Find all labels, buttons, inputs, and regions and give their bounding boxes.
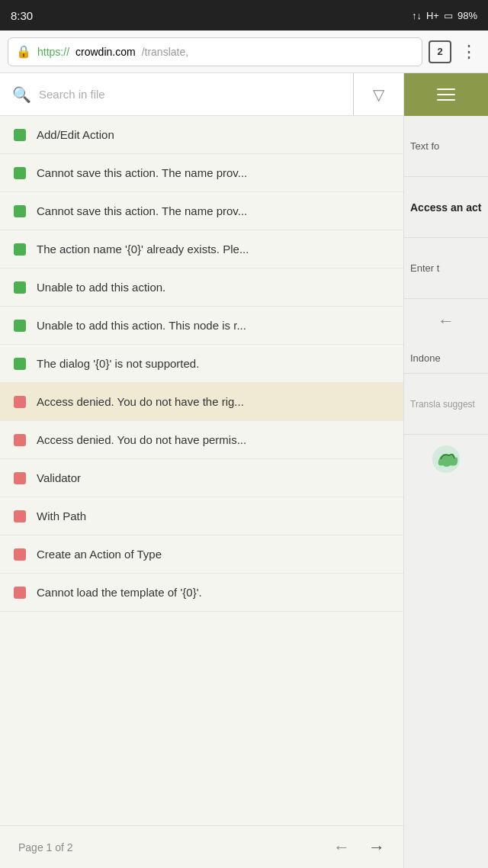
list-item-text: Cannot load the template of '{0}'. [37,586,202,599]
list-item[interactable]: Unable to add this action. [0,268,403,307]
right-logo [404,435,488,484]
left-panel: 🔍 Search in file ▽ Add/Edit ActionCannot… [0,73,404,868]
filter-button[interactable]: ▽ [354,73,403,115]
list-item-text: Access denied. You do not have permis... [37,433,246,446]
right-access-text: Access an act [410,201,482,214]
search-bar: 🔍 Search in file ▽ [0,73,403,116]
right-enter-section: Enter t [404,238,488,299]
right-back-button[interactable]: ← [404,299,488,343]
list-item[interactable]: Validator [0,459,403,497]
right-text-for-label: Text fo [410,140,482,152]
list-item[interactable]: Add/Edit Action [0,116,403,154]
right-panel-header[interactable] [404,73,488,116]
url-bar[interactable]: 🔒 https://crowdin.com/translate, [8,37,422,66]
status-dot-green [14,129,26,141]
right-translation-label: Transla suggest [410,399,482,410]
hamburger-icon [437,88,455,101]
hamburger-line-3 [437,99,455,101]
status-dot-green [14,243,26,256]
main-container: 🔍 Search in file ▽ Add/Edit ActionCannot… [0,73,488,868]
crowdin-logo-icon [431,444,461,474]
status-dot-red [14,396,26,408]
search-input-area[interactable]: 🔍 Search in file [0,73,354,115]
status-dot-green [14,205,26,217]
list-item-text: Add/Edit Action [37,128,114,141]
status-dot-red [14,548,26,561]
list-item-text: The action name '{0}' already exists. Pl… [37,243,249,256]
status-bar: 8:30 ↑↓ H+ ▭ 98% [0,0,488,31]
back-arrow-icon: ← [438,311,454,330]
list-item-text: Unable to add this action. [37,281,165,294]
search-placeholder: Search in file [39,88,105,101]
pagination-text: Page 1 of 2 [18,841,73,854]
filter-icon: ▽ [373,85,384,104]
status-dot-red [14,510,26,522]
status-dot-red [14,587,26,599]
right-panel: Text fo Access an act Enter t ← Indone T… [404,73,488,868]
url-domain: crowdin.com [75,46,136,58]
browser-bar: 🔒 https://crowdin.com/translate, 2 ⋮ [0,31,488,73]
list-item-text: With Path [37,510,86,522]
lock-icon: 🔒 [16,44,31,59]
list-item-text: Validator [37,471,81,484]
status-dot-red [14,434,26,446]
list-item[interactable]: Create an Action of Type [0,535,403,574]
list-item[interactable]: Access denied. You do not have permis... [0,421,403,459]
right-enter-label: Enter t [410,262,482,274]
hamburger-line-1 [437,88,455,90]
list-item-text: Access denied. You do not have the rig..… [37,395,244,408]
tab-count[interactable]: 2 [429,40,451,63]
list-item[interactable]: With Path [0,497,403,535]
right-language-section: Indone [404,343,488,374]
battery-percent: 98% [458,10,477,21]
time-display: 8:30 [11,9,33,22]
right-translation-section: Transla suggest [404,374,488,435]
list-item-text: Cannot save this action. The name prov..… [37,166,247,179]
hamburger-line-2 [437,94,455,95]
list-item[interactable]: Cannot save this action. The name prov..… [0,154,403,192]
search-icon: 🔍 [12,85,31,104]
status-dot-green [14,358,26,370]
prev-page-button[interactable]: ← [333,837,350,857]
list-item-text: Cannot save this action. The name prov..… [37,204,247,217]
network-icon: H+ [426,10,439,21]
status-icons: ↑↓ H+ ▭ 98% [412,10,477,21]
battery-icon: ▭ [444,10,453,21]
url-path: /translate, [142,46,188,58]
list-item-text: Create an Action of Type [37,548,162,561]
status-dot-green [14,320,26,332]
pagination-arrows: ← → [333,837,385,857]
pagination: Page 1 of 2 ← → [0,825,403,868]
signal-icon: ↑↓ [412,10,422,21]
list-item[interactable]: The action name '{0}' already exists. Pl… [0,230,403,268]
status-dot-green [14,281,26,294]
list-item[interactable]: Cannot save this action. The name prov..… [0,192,403,230]
status-dot-green [14,167,26,179]
list-items: Add/Edit ActionCannot save this action. … [0,116,403,825]
browser-menu-button[interactable]: ⋮ [458,39,480,65]
language-text: Indone [410,352,441,364]
list-item[interactable]: Access denied. You do not have the rig..… [0,383,403,421]
right-access-section: Access an act [404,177,488,238]
right-text-for-section: Text fo [404,116,488,177]
list-item[interactable]: Unable to add this action. This node is … [0,307,403,345]
url-https: https:// [37,46,69,58]
list-item-text: Unable to add this action. This node is … [37,319,246,332]
list-item[interactable]: The dialog '{0}' is not supported. [0,345,403,383]
status-dot-red [14,472,26,484]
next-page-button[interactable]: → [368,837,385,857]
list-item-text: The dialog '{0}' is not supported. [37,357,199,370]
list-item[interactable]: Cannot load the template of '{0}'. [0,574,403,612]
